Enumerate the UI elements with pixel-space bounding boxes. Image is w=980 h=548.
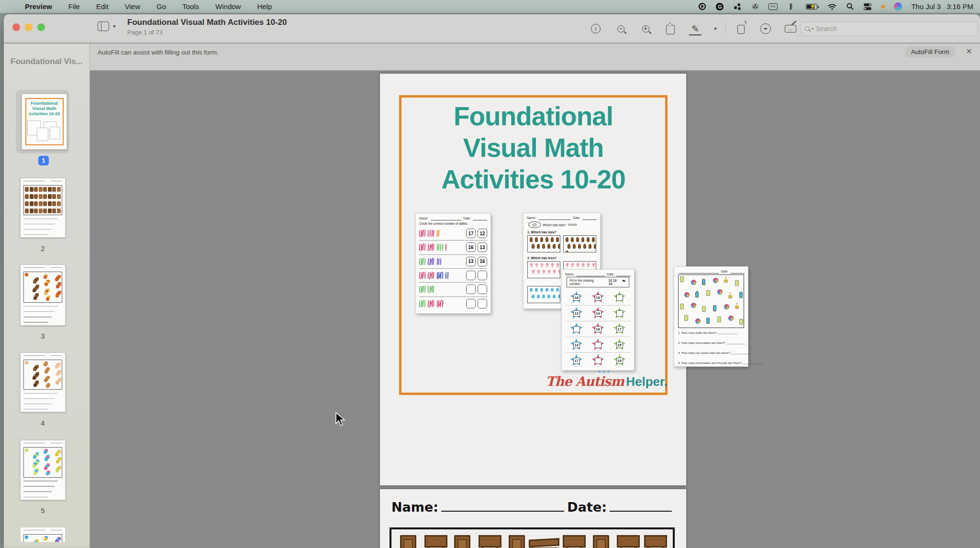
menu-window[interactable]: Window [215,2,241,11]
page-thumbnail-2[interactable] [20,178,66,238]
menu-tools[interactable]: Tools [182,2,199,11]
autism-helper-logo: ✶✶✶ The Autism Helper. [529,374,668,389]
wifi-icon[interactable] [828,2,836,11]
highlight-chevron-icon[interactable]: ▾ [714,26,717,31]
zoom-in-icon[interactable]: + [639,22,652,35]
markup-pen-icon[interactable]: ✒ [759,22,772,35]
menu-file[interactable]: File [68,2,80,11]
logo-script-text: The Autism [546,374,624,389]
sidebar-footer-divider [4,547,90,547]
bluetooth-icon[interactable]: ᛒ [787,2,795,11]
page-number-4: 4 [20,419,66,427]
autofill-form-button[interactable]: AutoFill Form [905,46,955,57]
page-thumbnail-4[interactable] [20,352,66,412]
page-number-2: 2 [20,244,66,252]
sidebar-icon [98,22,109,31]
chair-illustration [643,535,668,548]
chair-illustration [562,535,587,548]
search-icon [805,26,810,31]
rotate-icon[interactable] [735,22,747,35]
less-example-cluster [568,224,577,226]
worksheet-missing-number: Name: Date: Fill in the missing number. … [561,269,635,371]
plugin-window-icon[interactable]: ≡× [768,3,778,10]
mouse-cursor [335,412,345,427]
menu-view[interactable]: View [125,2,140,11]
pdf-page-2: Name: Date: [380,489,686,548]
pencil-icon: ✎ [622,278,628,285]
worksheet-summer-count: Date: 1. How many balls are there? _____… [674,266,748,367]
zoom-out-icon[interactable]: − [614,22,627,35]
window-title: Foundational Visual Math Activities 10-2… [127,18,287,27]
less-header-text: Which has less? [543,223,567,227]
worksheet-tallies: Name: Date: Circle the correct number of… [415,213,491,314]
menu-go[interactable]: Go [156,2,166,11]
tallies-rows: 171216131316 [419,227,487,310]
control-center-icon[interactable] [863,2,872,11]
page2-date-label: Date: [567,500,607,515]
search-input[interactable] [816,25,959,33]
grammarly-icon[interactable]: G [715,2,724,11]
battery-icon[interactable]: ⚡ [804,2,819,11]
highlight-icon[interactable]: ✎ [689,22,702,35]
page2-name-label: Name: [391,500,438,515]
door-illustration [454,535,470,548]
summer-questions: 1. How many balls are there? ___________… [678,331,744,364]
page2-date-line[interactable] [610,501,672,512]
desk-illustration [529,535,559,548]
thumbnail-sidebar: Foundational Vis... Foundational Visual … [4,44,90,548]
autofill-message: AutoFill can assist with filling out thi… [98,49,219,56]
page-thumbnail-3[interactable] [20,264,66,326]
search-chevron-icon[interactable]: ▾ [812,26,814,31]
mini-cover-title: Foundational Visual Math Activities 10-2… [22,101,67,117]
close-window-button[interactable] [12,23,20,31]
signature-icon[interactable]: ⋯ [784,22,797,35]
menu-preview[interactable]: Preview [25,2,52,11]
summer-items-box [678,274,744,328]
record-icon[interactable] [698,2,706,11]
menu-edit[interactable]: Edit [96,2,109,11]
star-grid: 18191314161713151719 [566,290,630,368]
stars-instruction-box: Fill in the missing number. 12 13 14✎ [567,277,629,287]
door-illustration [400,535,416,548]
page-thumbnail-6[interactable] [20,527,66,548]
menubar-clock[interactable]: Thu Jul 33:16 PM [911,2,973,11]
page-badge-1: 1 [38,156,49,165]
less-example-oval [528,221,541,228]
toolbar: ▾ Foundational Visual Math Activities 10… [4,14,980,43]
mini-cover-worksheets [27,121,61,142]
zoom-window-button[interactable] [37,23,45,31]
sidebar-document-name: Foundational Vis... [11,57,86,66]
page-thumbnail-1[interactable]: Foundational Visual Math Activities 10-2… [22,94,67,150]
dots-icon[interactable] [733,2,742,11]
logo-plain-text: Helper. [626,374,668,389]
spotlight-icon[interactable] [846,2,854,11]
logo-stars: ✶✶✶ [597,369,611,374]
page2-name-line[interactable] [441,501,564,512]
tallies-instruction: Circle the correct number of tallies: [419,222,468,225]
preview-window: ▾ Foundational Visual Math Activities 10… [4,14,980,548]
info-icon[interactable]: i [590,22,602,35]
knot-icon[interactable]: ✇ [751,2,759,11]
app-menus: Preview File Edit View Go Tools Window H… [25,2,272,11]
less-question-1: 1. Which has less? [527,230,557,234]
toolbar-divider [725,23,726,34]
sidebar-toggle-button[interactable]: ▾ [98,22,116,31]
chair-illustration [616,535,641,548]
share-icon[interactable] [664,22,677,35]
autofill-banner: AutoFill can assist with filling out thi… [90,44,980,71]
page-number-5: 5 [20,506,66,515]
minimize-window-button[interactable] [25,23,33,31]
chevron-down-icon: ▾ [113,23,116,29]
siri-icon[interactable] [894,2,902,11]
chair-illustration [478,535,502,548]
less-pair-1 [527,235,596,252]
menu-help[interactable]: Help [257,2,272,11]
page-thumbnail-5[interactable] [20,440,66,500]
cover-title: Foundational Visual Math Activities 10-2… [399,100,668,195]
page-number-3: 3 [20,332,66,340]
door-illustration [593,535,609,548]
document-view[interactable]: Foundational Visual Math Activities 10-2… [90,71,980,548]
search-field[interactable]: ▾ [800,22,978,36]
menu-bar: Preview File Edit View Go Tools Window H… [0,0,980,13]
close-icon[interactable]: ✕ [966,47,972,56]
